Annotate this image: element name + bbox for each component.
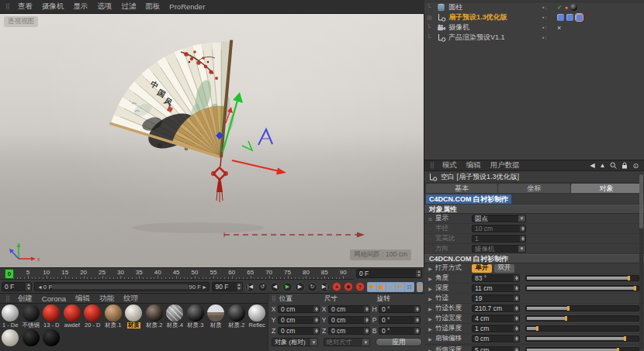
- material-name[interactable]: 材质.4: [166, 322, 184, 329]
- play-button[interactable]: ▶: [282, 282, 293, 292]
- camera-toggle-icon[interactable]: ×: [557, 24, 561, 32]
- parameter-field[interactable]: 83 °: [472, 274, 520, 282]
- timeline-scrubber[interactable]: 0: [5, 269, 14, 279]
- expander-icon[interactable]: ▶: [428, 326, 433, 332]
- value-spinner[interactable]: [414, 328, 420, 334]
- position-field[interactable]: 0 cm: [278, 305, 320, 313]
- material-swatch[interactable]: 材质.3: [185, 304, 206, 329]
- object-manager-row[interactable]: └摄像机▪:×: [424, 22, 644, 33]
- material-swatch[interactable]: 材质.2: [144, 304, 165, 329]
- object-manager-row[interactable]: ◎扇子预设1.3优化版▪:: [424, 12, 644, 22]
- parameter-field[interactable]: 11 cm: [472, 284, 520, 292]
- frame-range-slider[interactable]: ◂ 0 F90 F ▸: [34, 282, 209, 291]
- material-name[interactable]: 材质.2: [227, 322, 245, 329]
- layer-toggle-icon[interactable]: ▪:: [542, 4, 555, 11]
- parameter-slider[interactable]: [525, 325, 639, 332]
- value-spinner[interactable]: [313, 306, 319, 312]
- slider-handle[interactable]: [565, 316, 567, 321]
- object-name[interactable]: 圆柱: [448, 2, 540, 12]
- material-ball[interactable]: [228, 305, 245, 322]
- next-frame-button[interactable]: ▶: [295, 282, 305, 292]
- viewport-menu-0[interactable]: 查看: [18, 2, 33, 12]
- parameter-slider[interactable]: [525, 336, 639, 342]
- attribute-menu-1[interactable]: 编辑: [466, 160, 481, 170]
- object-name[interactable]: 产品渲染预设V1.1: [448, 33, 540, 43]
- slider-handle[interactable]: [536, 326, 538, 331]
- value-spinner[interactable]: [26, 283, 31, 291]
- search-icon[interactable]: [610, 162, 617, 169]
- target-icon[interactable]: ⊙: [632, 162, 639, 170]
- xpresso-tag-icon[interactable]: [557, 14, 564, 21]
- tab-坐标[interactable]: 坐标: [498, 184, 570, 193]
- keyframe-selection-button[interactable]: ▤: [417, 282, 423, 292]
- material-ball[interactable]: [84, 305, 101, 322]
- parameter-field[interactable]: 19: [472, 294, 520, 302]
- material-name[interactable]: Reflec: [248, 322, 266, 329]
- back-arrow-icon[interactable]: ◀: [590, 162, 594, 169]
- expander-icon[interactable]: ·: [428, 236, 433, 241]
- record-parameter-toggle[interactable]: P: [396, 283, 404, 291]
- material-menu-4[interactable]: 纹理: [123, 294, 138, 304]
- goto-start-button[interactable]: |◀: [245, 282, 255, 292]
- value-spinner[interactable]: [237, 283, 242, 291]
- expander-icon[interactable]: ▶: [428, 266, 433, 271]
- material-swatch[interactable]: 1 - De: [0, 304, 21, 329]
- value-spinner[interactable]: [364, 306, 369, 312]
- layer-toggle-icon[interactable]: ▪:: [542, 34, 555, 41]
- material-name[interactable]: 材质: [209, 322, 223, 329]
- slider-handle[interactable]: [567, 306, 570, 311]
- attribute-menu-2[interactable]: 用户数据: [490, 160, 520, 170]
- material-tag-icon[interactable]: [570, 4, 577, 11]
- size-field[interactable]: 0 cm: [328, 327, 370, 335]
- size-field[interactable]: 0 cm: [328, 316, 370, 324]
- value-spinner[interactable]: [364, 328, 369, 334]
- attribute-field[interactable]: 1: [472, 235, 526, 243]
- material-swatch[interactable]: awdef: [62, 304, 83, 329]
- viewport-3d[interactable]: 透视视图 中国风x 网格间距 : 100 cm: [0, 14, 424, 267]
- material-swatch[interactable]: [0, 329, 21, 346]
- material-ball[interactable]: [64, 305, 81, 322]
- material-ball[interactable]: [43, 305, 60, 322]
- autokey-button[interactable]: ◆: [344, 282, 353, 291]
- open-mode-double-button[interactable]: 双开: [494, 264, 514, 273]
- rotation-field[interactable]: 0 °: [379, 327, 421, 335]
- current-frame-field[interactable]: 0 F: [356, 269, 422, 278]
- dropdown-arrow-icon[interactable]: ▼: [518, 246, 525, 252]
- record-position-toggle[interactable]: ✚: [368, 283, 376, 291]
- slider-handle[interactable]: [617, 348, 619, 351]
- material-menu-0[interactable]: 创建: [18, 294, 33, 304]
- value-spinner[interactable]: [514, 285, 519, 291]
- enabled-check-icon[interactable]: ✓: [557, 4, 563, 11]
- material-swatch[interactable]: 材质.2: [227, 304, 248, 329]
- parameter-slider[interactable]: [525, 275, 639, 281]
- record-scale-toggle[interactable]: ▣: [377, 283, 386, 291]
- coordinate-mode-dropdown[interactable]: 对象 (相对)▼: [272, 338, 318, 346]
- panel-grip-icon[interactable]: ⣿: [272, 295, 276, 302]
- tab-基本[interactable]: 基本: [426, 184, 497, 193]
- material-menu-1[interactable]: Corona: [42, 294, 66, 303]
- object-name[interactable]: 摄像机: [448, 22, 540, 33]
- attribute-field[interactable]: 10 cm: [472, 225, 526, 232]
- expander-icon[interactable]: ▶: [428, 276, 433, 281]
- material-name[interactable]: 20 - D: [84, 322, 101, 329]
- layer-toggle-icon[interactable]: ▪:: [542, 14, 555, 21]
- viewport-menu-4[interactable]: 过滤: [121, 2, 136, 12]
- material-ball[interactable]: [23, 329, 40, 346]
- material-name[interactable]: 材质.2: [145, 322, 163, 329]
- parameter-slider[interactable]: [525, 315, 639, 322]
- material-menu-3[interactable]: 功能: [99, 294, 114, 304]
- material-name[interactable]: 材质.3: [186, 322, 204, 329]
- material-swatch[interactable]: 材质.1: [103, 304, 124, 329]
- attribute-dropdown[interactable]: 摄像机▼: [472, 245, 526, 253]
- parameter-field[interactable]: 1 cm: [472, 325, 520, 332]
- rotation-field[interactable]: 0 °: [379, 316, 421, 324]
- value-spinner[interactable]: [313, 328, 319, 334]
- position-field[interactable]: 0 cm: [278, 316, 320, 324]
- position-field[interactable]: 0 cm: [278, 327, 320, 335]
- end-frame-field[interactable]: 90 F: [212, 282, 242, 291]
- value-spinner[interactable]: [520, 236, 525, 242]
- value-spinner[interactable]: [364, 317, 369, 323]
- section-object-properties[interactable]: 对象属性: [424, 205, 644, 214]
- material-swatch[interactable]: 材质.4: [164, 304, 185, 329]
- parameter-field[interactable]: 5 cm: [472, 346, 520, 351]
